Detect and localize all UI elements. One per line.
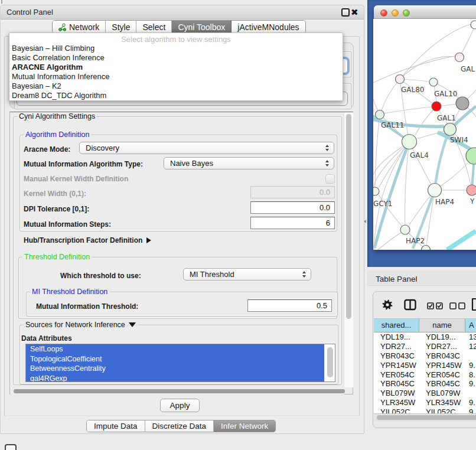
table-cell: YER054C bbox=[419, 370, 465, 380]
network-node[interactable] bbox=[400, 225, 410, 234]
table-row[interactable]: YBR045CYBR045C9. bbox=[374, 379, 476, 389]
network-node[interactable] bbox=[466, 148, 476, 164]
gear-icon[interactable] bbox=[382, 299, 393, 313]
table-row[interactable]: YDL19...YDL19...13 bbox=[374, 332, 476, 342]
table-panel-header: Table Panel bbox=[367, 270, 476, 286]
attribute-item[interactable]: BetweennessCentrality bbox=[26, 364, 324, 374]
dropdown-item[interactable]: Mutual Information Inference bbox=[9, 72, 343, 81]
network-edge[interactable] bbox=[459, 26, 475, 57]
which-threshold-combobox[interactable]: MI Threshold bbox=[183, 268, 311, 281]
network-node[interactable] bbox=[373, 187, 379, 195]
splitter-collapse-icon[interactable] bbox=[364, 220, 366, 223]
table-row[interactable]: YLR345WYLR345W9. bbox=[374, 398, 476, 407]
table-row[interactable]: YER054CYER054C8. bbox=[374, 370, 476, 380]
settings-hscrollbar-thumb[interactable] bbox=[14, 389, 345, 394]
checked-boxes-icon[interactable] bbox=[427, 301, 444, 312]
settings-vscrollbar-thumb[interactable] bbox=[346, 114, 351, 319]
network-edge[interactable] bbox=[382, 79, 400, 110]
minimize-traffic-icon[interactable] bbox=[392, 9, 399, 17]
tab-infer-network[interactable]: Infer Network bbox=[214, 420, 275, 432]
network-node[interactable] bbox=[402, 135, 417, 149]
network-node[interactable] bbox=[471, 21, 476, 29]
network-node[interactable] bbox=[444, 123, 457, 136]
mi-steps-field[interactable]: 6 bbox=[250, 217, 335, 229]
tab-impute-data[interactable]: Impute Data bbox=[87, 420, 145, 432]
network-node[interactable] bbox=[432, 102, 441, 111]
mi-type-label: Mutual Information Algorithm Type: bbox=[24, 160, 143, 168]
dropdown-item[interactable]: Bayesian – Hill Climbing bbox=[9, 44, 343, 53]
dropdown-item[interactable]: Dream8 DC_TDC Algorithm bbox=[9, 91, 343, 100]
table-row[interactable]: YBL079WYBL079W bbox=[374, 389, 476, 398]
table-cell: YER054C bbox=[374, 370, 419, 380]
unchecked-boxes-icon[interactable] bbox=[449, 301, 466, 312]
kernel-width-field[interactable]: 0.0 bbox=[250, 186, 335, 198]
dropdown-item[interactable]: ARACNE Algorithm bbox=[9, 63, 343, 72]
network-node[interactable] bbox=[467, 185, 476, 195]
close-traffic-icon[interactable] bbox=[380, 9, 387, 17]
node-table[interactable]: shared...nameA YDL19...YDL19...13YDR27..… bbox=[374, 318, 476, 418]
node-label: Y bbox=[470, 197, 475, 206]
data-attributes-list[interactable]: SelfLoopsTopologicalCoefficientBetweenne… bbox=[25, 344, 335, 382]
network-node[interactable] bbox=[455, 53, 464, 62]
column-header[interactable]: A bbox=[465, 319, 476, 332]
dropdown-prompt: Select algorithm to view settings bbox=[9, 35, 343, 44]
network-node[interactable] bbox=[429, 78, 438, 86]
tab-cyni-toolbox[interactable]: Cyni Toolbox bbox=[172, 21, 232, 33]
network-edge[interactable] bbox=[400, 57, 456, 79]
tab-discretize-data[interactable]: Discretize Data bbox=[145, 420, 214, 432]
table-row[interactable]: YDR27...YDR27...12 bbox=[374, 342, 476, 351]
network-node[interactable] bbox=[422, 246, 431, 250]
hub-section-toggle[interactable]: Hub/Transcription Factor Definition bbox=[24, 236, 151, 244]
network-canvas[interactable]: GALGAL80GAL10GAL1GAL11SWI4GAL4HAP4YGCY1H… bbox=[373, 19, 476, 250]
table-cell: YDL19... bbox=[419, 332, 465, 342]
attribute-item[interactable]: gal4RGexp bbox=[26, 374, 324, 382]
list-scrollbar[interactable] bbox=[327, 347, 333, 377]
mi-type-combobox[interactable]: Naive Bayes bbox=[164, 157, 334, 169]
network-node[interactable] bbox=[428, 184, 442, 197]
page-icon[interactable] bbox=[471, 298, 476, 314]
docked-panel-icon[interactable] bbox=[5, 444, 17, 450]
network-edge[interactable] bbox=[375, 115, 380, 187]
zoom-traffic-icon[interactable] bbox=[403, 9, 410, 17]
network-node[interactable] bbox=[456, 97, 469, 110]
attribute-item[interactable]: SelfLoops bbox=[26, 344, 324, 354]
apply-button[interactable]: Apply bbox=[160, 399, 200, 412]
dropdown-item[interactable]: Basic Correlation Inference bbox=[9, 53, 343, 63]
group-title: MI Threshold Definition bbox=[30, 288, 109, 296]
attribute-item[interactable]: TopologicalCoefficient bbox=[26, 354, 324, 364]
column-header[interactable]: name bbox=[419, 319, 465, 332]
collapsed-arrow-icon bbox=[146, 237, 151, 243]
table-row[interactable]: YPR145WYPR145W9. bbox=[374, 361, 476, 370]
control-panel-tabs: NetworkStyleSelectCyni ToolboxjActiveMNo… bbox=[52, 20, 306, 34]
tab-network[interactable]: Network bbox=[53, 21, 106, 33]
table-hscrollbar-thumb[interactable] bbox=[377, 415, 476, 420]
manual-kernel-label: Manual Kernel Width Definition bbox=[24, 175, 128, 183]
network-window-titlebar[interactable] bbox=[374, 5, 476, 19]
tab-style[interactable]: Style bbox=[106, 21, 136, 33]
tab-select[interactable]: Select bbox=[136, 21, 172, 33]
network-edge[interactable] bbox=[415, 106, 436, 135]
manual-kernel-checkbox[interactable] bbox=[325, 174, 335, 184]
network-edge[interactable] bbox=[384, 106, 436, 113]
mi-threshold-field[interactable]: 0.5 bbox=[247, 299, 332, 312]
close-icon[interactable]: ✖ bbox=[351, 7, 358, 18]
table-hscrollbar[interactable] bbox=[374, 413, 476, 421]
columns-icon[interactable] bbox=[404, 299, 416, 313]
sources-section-toggle[interactable]: Sources for Network Inference bbox=[24, 321, 138, 329]
settings-vscrollbar[interactable] bbox=[344, 112, 353, 387]
network-node[interactable] bbox=[396, 75, 405, 84]
settings-hscrollbar[interactable] bbox=[10, 387, 344, 394]
network-edge-highlighted[interactable] bbox=[447, 231, 476, 250]
control-panel-titlebar[interactable]: Control Panel ✖ bbox=[1, 5, 364, 19]
column-header[interactable]: shared... bbox=[374, 319, 419, 332]
dpi-tolerance-field[interactable]: 0.0 bbox=[250, 201, 335, 214]
float-icon[interactable] bbox=[341, 8, 350, 17]
network-edge[interactable] bbox=[373, 56, 455, 83]
table-row[interactable]: YBR043CYBR043C bbox=[374, 351, 476, 361]
tab-jactivemnodules[interactable]: jActiveMNodules bbox=[232, 21, 305, 33]
dropdown-item[interactable]: Bayesian – K2 bbox=[9, 81, 343, 91]
table-cell: 9. bbox=[465, 398, 476, 407]
aracne-mode-combobox[interactable]: Discovery bbox=[79, 142, 334, 154]
node-label: SWI4 bbox=[450, 136, 468, 144]
network-node[interactable] bbox=[376, 110, 384, 119]
